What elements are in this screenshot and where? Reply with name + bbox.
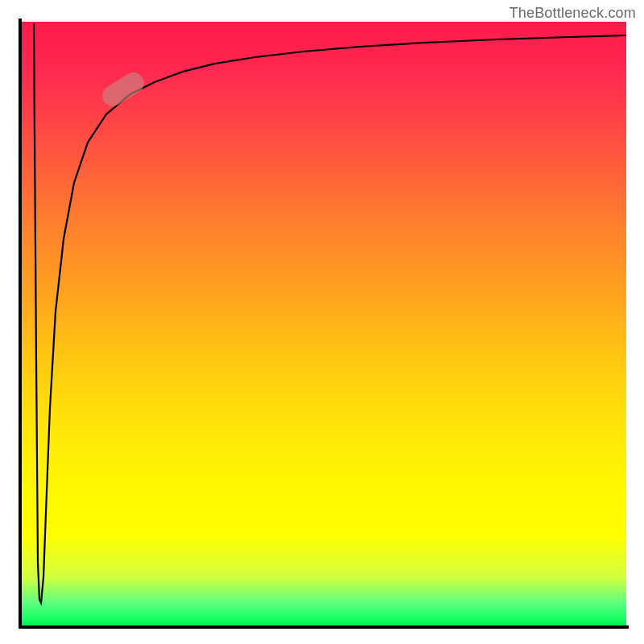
watermark-text: TheBottleneck.com xyxy=(510,5,636,22)
plot-gradient-area xyxy=(22,22,626,626)
y-axis xyxy=(19,19,22,629)
chart-container: TheBottleneck.com xyxy=(0,0,644,644)
x-axis xyxy=(19,625,629,629)
